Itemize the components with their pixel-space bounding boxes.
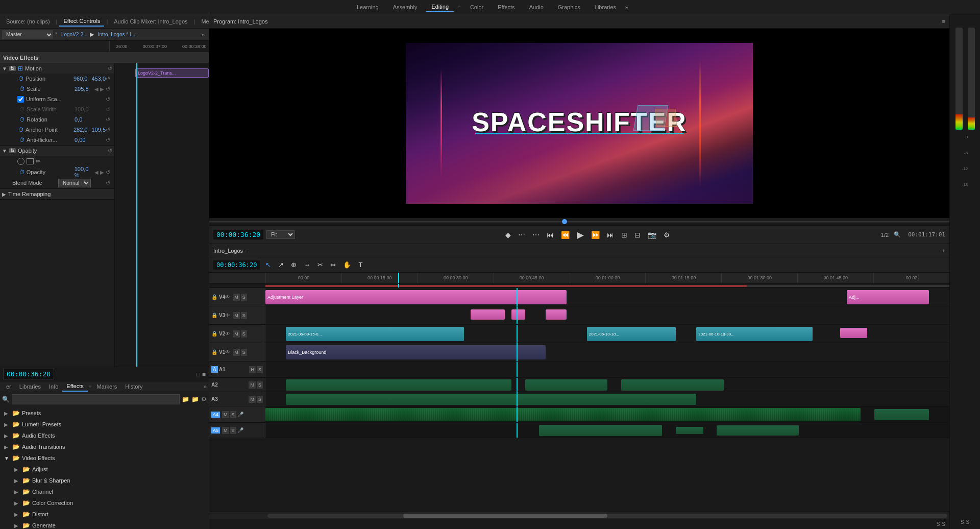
tree-distort[interactable]: ▶ 📂 Distort bbox=[12, 509, 207, 520]
circle-mask-tool[interactable] bbox=[17, 158, 24, 165]
tree-video-effects[interactable]: ▼ 📂 Video Effects bbox=[2, 452, 207, 464]
bottom-s-btn-1[interactable]: S bbox=[937, 521, 940, 527]
v2-clip-1[interactable]: 2021-06-09-15-0... bbox=[286, 327, 463, 341]
opacity-left-arrow[interactable]: ◀ bbox=[94, 170, 99, 175]
opacity-stopwatch[interactable]: ⏱ bbox=[19, 169, 25, 175]
scale-stopwatch[interactable]: ⏱ bbox=[19, 86, 25, 92]
anti-flicker-stopwatch[interactable]: ⏱ bbox=[19, 137, 25, 143]
monitor-timecode-display[interactable]: 00:00:36:20 bbox=[213, 230, 263, 239]
scale-value[interactable]: 205,8 bbox=[75, 86, 89, 92]
time-remapping-header[interactable]: ▶ Time Remapping bbox=[0, 189, 114, 199]
tab-libraries[interactable]: Libraries bbox=[15, 382, 45, 391]
v4-s-btn[interactable]: S bbox=[241, 294, 247, 301]
monitor-scrub-bar[interactable] bbox=[209, 218, 949, 225]
tree-presets[interactable]: ▶ 📂 Presets bbox=[2, 407, 207, 419]
tab-source[interactable]: Source: (no clips) bbox=[2, 17, 54, 26]
btn-next-out[interactable]: ⏭ bbox=[605, 230, 616, 240]
rotation-stopwatch[interactable]: ⏱ bbox=[19, 116, 25, 123]
tree-adjust[interactable]: ▶ 📂 Adjust bbox=[12, 464, 207, 475]
tl-razor-tool[interactable]: ✂ bbox=[316, 260, 325, 270]
v2-clip-2[interactable]: 2021-06-10-1d... bbox=[587, 327, 676, 341]
position-x[interactable]: 960,0 bbox=[74, 76, 88, 82]
nav-color[interactable]: Color bbox=[465, 3, 488, 12]
tl-ripple-tool[interactable]: ⊕ bbox=[289, 260, 298, 270]
opacity-header[interactable]: ▼ fx Opacity ↺ bbox=[0, 146, 114, 156]
a5-clip-3[interactable] bbox=[717, 425, 799, 436]
a3-main-clip[interactable] bbox=[286, 394, 696, 405]
tree-channel[interactable]: ▶ 📂 Channel bbox=[12, 486, 207, 497]
anchor-stopwatch[interactable]: ⏱ bbox=[18, 127, 24, 133]
a4-main-audio-clip[interactable] bbox=[265, 408, 861, 421]
tl-select-tool[interactable]: ↖ bbox=[264, 260, 273, 270]
tree-generate[interactable]: ▶ 📂 Generate bbox=[12, 520, 207, 529]
anchor-x[interactable]: 282,0 bbox=[74, 127, 88, 133]
timeline-menu-btn[interactable]: ≡ bbox=[246, 248, 249, 254]
meter-s-btn1[interactable]: S bbox=[961, 519, 964, 525]
a5-m-btn[interactable]: M bbox=[222, 427, 229, 434]
v1-s-btn[interactable]: S bbox=[241, 349, 247, 356]
v2-content[interactable]: 2021-06-09-15-0... 2021-06-10-1d... 2021… bbox=[265, 325, 949, 343]
a1-content[interactable] bbox=[265, 362, 949, 377]
a4-m-btn[interactable]: M bbox=[222, 411, 229, 418]
v3-m-btn[interactable]: M bbox=[233, 312, 240, 319]
timeline-scroll-thumb[interactable] bbox=[403, 514, 607, 518]
position-reset[interactable]: ↺ bbox=[106, 76, 110, 82]
v4-lock[interactable]: 🔒 bbox=[211, 294, 217, 300]
a2-content[interactable] bbox=[265, 378, 949, 392]
btn-insert[interactable]: ⊞ bbox=[619, 230, 629, 240]
v2-lock[interactable]: 🔒 bbox=[211, 331, 217, 336]
pen-mask-tool[interactable]: ✏ bbox=[36, 158, 41, 165]
tl-hand-tool[interactable]: ✋ bbox=[341, 260, 353, 270]
uniform-scale-checkbox[interactable] bbox=[17, 96, 24, 103]
nav-audio[interactable]: Audio bbox=[524, 3, 549, 12]
a4-content[interactable] bbox=[265, 406, 949, 422]
a5-content[interactable] bbox=[265, 423, 949, 438]
v1-black-bg[interactable]: Black_Background bbox=[286, 345, 546, 359]
v1-content[interactable]: Black_Background bbox=[265, 343, 949, 361]
tree-blur-sharpen[interactable]: ▶ 📂 Blur & Sharpen bbox=[12, 475, 207, 486]
v2-vis[interactable]: 👁 bbox=[225, 331, 230, 336]
timeline-timecode[interactable]: 00:00:36:20 bbox=[213, 260, 260, 270]
uniform-scale-reset[interactable]: ↺ bbox=[106, 96, 110, 103]
tab-audio-mixer[interactable]: Audio Clip Mixer: Intro_Logos bbox=[110, 17, 191, 26]
monitor-fit-select[interactable]: Fit 25% 50% 100% bbox=[266, 230, 295, 239]
anti-flicker-reset[interactable]: ↺ bbox=[106, 137, 110, 143]
clip-play-btn[interactable]: ▶ bbox=[90, 31, 94, 38]
position-y[interactable]: 453,0 bbox=[91, 76, 106, 82]
scale-right-arrow[interactable]: ▶ bbox=[100, 86, 104, 92]
motion-reset[interactable]: ↺ bbox=[108, 65, 112, 72]
zoom-icon[interactable]: 🔍 bbox=[894, 231, 901, 238]
v3-clip-2[interactable] bbox=[511, 309, 525, 320]
v4-adj-layer-right[interactable]: Adj... bbox=[847, 290, 929, 304]
v2-m-btn[interactable]: M bbox=[233, 330, 240, 338]
blend-mode-select[interactable]: Normal Multiply Screen bbox=[58, 179, 91, 187]
v3-vis[interactable]: 👁 bbox=[225, 312, 230, 318]
btn-overwrite[interactable]: ⊟ bbox=[632, 230, 643, 240]
tl-text-tool[interactable]: T bbox=[357, 260, 364, 270]
opacity-value[interactable]: 100,0 % bbox=[75, 166, 94, 178]
tl-slip-tool[interactable]: ⇔ bbox=[329, 260, 337, 270]
v2-clip-3[interactable]: 2021-06-10-1d-39... bbox=[696, 327, 813, 341]
v1-vis[interactable]: 👁 bbox=[225, 349, 230, 355]
tab-markers[interactable]: Markers bbox=[93, 382, 121, 391]
motion-header[interactable]: ▼ fx ⊞ Motion ↺ bbox=[0, 63, 114, 74]
anchor-y[interactable]: 109,5 bbox=[91, 127, 106, 133]
blend-mode-reset[interactable]: ↺ bbox=[106, 180, 110, 186]
a1-m-btn[interactable]: H bbox=[249, 366, 256, 373]
a2-clip-2[interactable] bbox=[525, 379, 607, 391]
tab-effects[interactable]: Effects bbox=[62, 381, 87, 392]
settings-icon[interactable]: ⚙ bbox=[201, 396, 207, 403]
a3-m-btn[interactable]: M bbox=[249, 396, 256, 403]
timeline-scroll-track[interactable] bbox=[267, 514, 947, 518]
ec-timecode[interactable]: 00:00:36:20 bbox=[3, 369, 54, 379]
btn-in[interactable]: ⋯ bbox=[516, 230, 527, 240]
tree-audio-transitions[interactable]: ▶ 📂 Audio Transitions bbox=[2, 441, 207, 452]
a2-m-btn[interactable]: M bbox=[249, 381, 256, 389]
position-stopwatch[interactable]: ⏱ bbox=[18, 76, 24, 82]
timeline-scrollbar[interactable] bbox=[209, 512, 949, 519]
v4-m-btn[interactable]: M bbox=[233, 294, 240, 301]
add-track-btn[interactable]: + bbox=[942, 248, 945, 254]
btn-step-back[interactable]: ⏪ bbox=[559, 230, 572, 240]
ec-menu-btn[interactable]: » bbox=[200, 31, 207, 39]
v3-clip-3[interactable] bbox=[546, 309, 566, 320]
